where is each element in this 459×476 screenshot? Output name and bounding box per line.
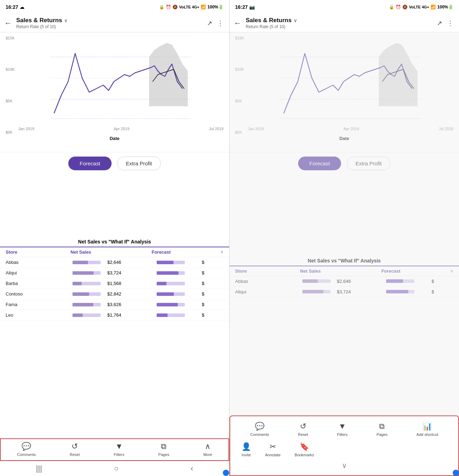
back-button-right[interactable]: ← bbox=[232, 17, 243, 29]
col-netsales-right: Net Sales bbox=[300, 268, 382, 274]
add-shortcut-label-right: Add shortcut bbox=[416, 432, 438, 437]
expanded-add-shortcut[interactable]: 📊 Add shortcut bbox=[416, 422, 438, 437]
forecast-button-right[interactable]: Forecast bbox=[298, 157, 341, 170]
more-icon-toolbar-left: ∧ bbox=[205, 442, 210, 451]
nav-menu-left[interactable]: ||| bbox=[36, 464, 42, 473]
pages-icon-left: ⧉ bbox=[161, 442, 166, 451]
col-netsales-left: Net Sales bbox=[70, 249, 151, 255]
table-row: Contoso $2,842 $ bbox=[0, 289, 229, 299]
expanded-reset[interactable]: ↺ Reset bbox=[298, 422, 308, 437]
expanded-comments[interactable]: 💬 Comments bbox=[250, 422, 269, 437]
col-forecast-left: Forecast bbox=[152, 249, 216, 255]
comments-icon-right: 💬 bbox=[255, 422, 264, 431]
table-row: Fama $3,626 $ bbox=[0, 299, 229, 310]
extra-profit-button-left[interactable]: Extra Profit bbox=[117, 157, 161, 170]
expanded-toolbar-overlay: 💬 Comments ↺ Reset ▼ Filters ⧉ Pages 📊 A… bbox=[230, 415, 459, 476]
back-button-left[interactable]: ← bbox=[3, 17, 13, 29]
collapse-icon: ∨ bbox=[342, 461, 347, 470]
more-label-left: More bbox=[203, 452, 212, 457]
expanded-annotate[interactable]: ✂ Annotate bbox=[265, 442, 281, 457]
status-bar-right: 16:27 📷 🔒⏰🔕VoLTE 4G+📶100%🔋 bbox=[230, 0, 459, 14]
chart-section-left: $15K $10K $5K $0K bbox=[0, 32, 229, 235]
table-row-right-1: Abbas $2,646 $ bbox=[230, 276, 459, 287]
toolbar-more-left[interactable]: ∧ More bbox=[203, 442, 212, 457]
chart-x-axis-title-right: Date bbox=[235, 136, 453, 143]
reset-label-right: Reset bbox=[298, 432, 308, 437]
toolbar-comments-left[interactable]: 💬 Comments bbox=[17, 442, 36, 457]
filters-label-left: Filters bbox=[114, 452, 124, 457]
more-icon-right[interactable]: ⋮ bbox=[447, 19, 453, 27]
chart-section-right: $15K $10K $5K $0K bbox=[230, 32, 459, 254]
add-shortcut-icon-right: 📊 bbox=[422, 422, 432, 431]
annotate-label-right: Annotate bbox=[265, 453, 281, 457]
expanded-filters[interactable]: ▼ Filters bbox=[337, 422, 347, 437]
scroll-up-left[interactable]: ∧ bbox=[216, 249, 224, 255]
chart-x-labels-left: Jan 2019 Apr 2019 Jul 2019 bbox=[18, 127, 224, 131]
app-header-left: ← Sales & Returns ∨ Return Rate (5 of 10… bbox=[0, 14, 229, 32]
nav-bar-left: ||| ○ ‹ bbox=[0, 461, 229, 476]
scroll-up-right[interactable]: ∧ bbox=[446, 268, 453, 274]
forecast-buttons-left: Forecast Extra Profit bbox=[0, 152, 229, 174]
chart-svg-left bbox=[18, 36, 224, 120]
nav-back-left[interactable]: ‹ bbox=[190, 464, 193, 473]
invite-icon-right: 👤 bbox=[241, 442, 251, 451]
pages-icon-right: ⧉ bbox=[379, 422, 385, 431]
app-header-right: ← Sales & Returns ∨ Return Rate (5 of 10… bbox=[230, 14, 459, 32]
chart-svg-right bbox=[248, 36, 453, 120]
toolbar-pages-left[interactable]: ⧉ Pages bbox=[158, 442, 169, 457]
table-title-right: Net Sales vs "What If" Analysis bbox=[230, 254, 459, 266]
expanded-toolbar-row2: 👤 Invite ✂ Annotate 🔖 Bookmarks bbox=[236, 442, 453, 457]
svg-marker-5 bbox=[149, 43, 188, 106]
expand-icon-left[interactable]: ↗ bbox=[207, 19, 212, 27]
svg-marker-11 bbox=[379, 43, 417, 106]
bookmarks-icon-right: 🔖 bbox=[300, 442, 309, 451]
bar-netsales bbox=[73, 261, 101, 264]
bar-forecast bbox=[157, 261, 185, 264]
col-store-left: Store bbox=[6, 249, 70, 255]
blue-dot-right bbox=[453, 470, 459, 476]
nav-home-left[interactable]: ○ bbox=[114, 464, 119, 473]
toolbar-filters-left[interactable]: ▼ Filters bbox=[114, 442, 124, 457]
expanded-toolbar-row1: 💬 Comments ↺ Reset ▼ Filters ⧉ Pages 📊 A… bbox=[236, 422, 453, 437]
pages-label-right: Pages bbox=[377, 432, 388, 437]
table-title-left: Net Sales vs "What If" Analysis bbox=[0, 235, 229, 247]
title-chevron-left[interactable]: ∨ bbox=[64, 18, 68, 23]
title-chevron-right[interactable]: ∨ bbox=[294, 18, 297, 23]
comments-icon-left: 💬 bbox=[21, 442, 31, 451]
status-bar-left: 16:27 ☁ 🔒⏰🔕VoLTE 4G+📶100%🔋 bbox=[0, 0, 229, 14]
status-icons-left: 🔒⏰🔕VoLTE 4G+📶100%🔋 bbox=[159, 5, 224, 9]
collapse-button[interactable]: ∨ bbox=[236, 461, 453, 470]
header-icons-left: ↗ ⋮ bbox=[207, 19, 224, 27]
expanded-bookmarks[interactable]: 🔖 Bookmarks bbox=[295, 442, 314, 457]
annotate-icon-right: ✂ bbox=[270, 442, 276, 451]
bottom-toolbar-left: 💬 Comments ↺ Reset ▼ Filters ⧉ Pages ∧ M… bbox=[0, 438, 229, 461]
header-subtitle-right: Return Rate (5 of 10) bbox=[246, 24, 434, 29]
blue-dot-left bbox=[223, 470, 229, 476]
header-subtitle-left: Return Rate (5 of 10) bbox=[16, 24, 204, 29]
chart-y-labels-left: $15K $10K $5K $0K bbox=[6, 36, 15, 134]
extra-profit-button-right[interactable]: Extra Profit bbox=[347, 157, 390, 170]
table-row: Barba $1,568 $ bbox=[0, 278, 229, 289]
more-icon-left[interactable]: ⋮ bbox=[217, 19, 224, 27]
comments-label-left: Comments bbox=[17, 452, 36, 457]
chart-area-left: $15K $10K $5K $0K bbox=[6, 36, 224, 134]
toolbar-reset-left[interactable]: ↺ Reset bbox=[70, 442, 80, 457]
forecast-button-left[interactable]: Forecast bbox=[68, 157, 111, 170]
table-row: Abbas $2,646 $ bbox=[0, 257, 229, 268]
expand-icon-right[interactable]: ↗ bbox=[437, 19, 442, 27]
filters-label-right: Filters bbox=[337, 432, 347, 437]
expanded-invite[interactable]: 👤 Invite bbox=[241, 442, 251, 457]
col-store-right: Store bbox=[235, 268, 300, 274]
app-title-left: Sales & Returns bbox=[16, 17, 62, 24]
reset-label-left: Reset bbox=[70, 452, 80, 457]
chart-x-axis-title-left: Date bbox=[6, 136, 224, 143]
filter-icon-left: ▼ bbox=[115, 442, 123, 451]
col-forecast-right: Forecast bbox=[381, 268, 446, 274]
table-section-left: Net Sales vs "What If" Analysis Store Ne… bbox=[0, 235, 229, 438]
table-header-left: Store Net Sales Forecast ∧ bbox=[0, 247, 229, 257]
invite-label-right: Invite bbox=[241, 453, 251, 457]
left-panel: 16:27 ☁ 🔒⏰🔕VoLTE 4G+📶100%🔋 ← Sales & Ret… bbox=[0, 0, 230, 476]
status-time-left: 16:27 ☁ bbox=[6, 4, 24, 10]
forecast-buttons-right: Forecast Extra Profit bbox=[230, 152, 459, 174]
expanded-pages[interactable]: ⧉ Pages bbox=[377, 422, 388, 437]
